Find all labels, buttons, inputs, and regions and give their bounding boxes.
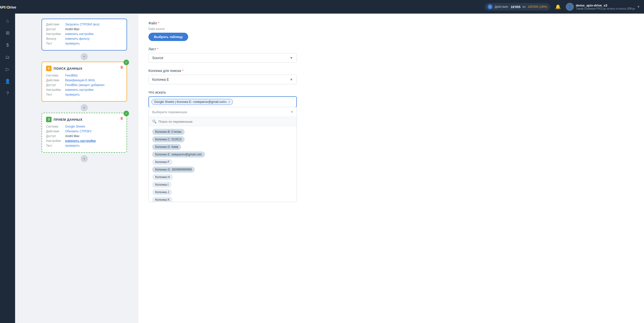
file-label: Файл * (148, 21, 634, 25)
actions-of: из (522, 5, 526, 9)
value-settings-2[interactable]: изменить настройки (65, 88, 93, 92)
label-system-3: Система (46, 125, 64, 128)
card-row-settings-1: Настройки изменить настройки (46, 32, 123, 36)
topbar: i Действия: 18'055 из 100'000 (18%) 🔔 👤 … (15, 0, 644, 14)
search-col-dropdown[interactable]: Колонка E ▼ (148, 75, 297, 84)
sheet-label: Лист * (148, 47, 634, 51)
label-access-2: Доступ (46, 83, 64, 87)
label-settings-2: Настройки (46, 88, 64, 92)
file-required: * (158, 21, 159, 25)
variable-item[interactable]: Колонка I (152, 182, 172, 188)
card-3-delete[interactable]: 🗑 (120, 116, 124, 120)
variable-search-input[interactable] (158, 120, 293, 124)
main-content: Действие Загрузить СТРОКИ (все) Доступ A… (30, 14, 644, 323)
user-area[interactable]: 👤 demo_apix-drive_s3 Тариф |Премиум PRO|… (566, 3, 640, 11)
notifications-button[interactable]: 🔔 (554, 3, 562, 11)
value-filter-1[interactable]: изменить фильтр (65, 37, 90, 41)
variable-item[interactable]: Колонка H (152, 174, 173, 180)
sheet-required: * (157, 47, 158, 51)
sidebar-item-billing[interactable]: $ (2, 40, 13, 50)
card-2-num: 2 (46, 66, 52, 71)
value-action-3[interactable]: Обновить СТРОКУ (65, 130, 92, 133)
card-3-header: 3 ПРИЕМ ДАННЫХ (46, 117, 123, 122)
card-row-filter-1: Фильтр изменить фильтр (46, 37, 123, 41)
value-settings-3[interactable]: изменить настройки (65, 139, 96, 143)
sidebar-item-help[interactable]: ? (2, 88, 13, 99)
label-access-1: Доступ (46, 27, 64, 31)
tag-value: Google Sheets | Колонка Е: «sstepanov@gm… (154, 100, 227, 104)
card-2: ✓ 🗑 2 ПОИСК ДАННЫХ Система FeedBlitz Дей… (42, 62, 127, 102)
card-2-check: ✓ (124, 60, 129, 65)
value-action-1[interactable]: Загрузить СТРОКИ (все) (65, 23, 100, 26)
username: demo_apix-drive_s3 (576, 4, 635, 7)
card-row-action-1: Действие Загрузить СТРОКИ (все) (46, 23, 123, 26)
label-settings-3: Настройки (46, 139, 64, 143)
value-test-1[interactable]: проверить (65, 42, 80, 45)
variable-item[interactable]: Колонка B: Степан (152, 129, 185, 135)
variable-item[interactable]: Колонка C: 513513 (152, 136, 185, 142)
label-test-2: Тест (46, 93, 64, 96)
value-access-2[interactable]: FeedBlitz (аккаунт добавлен (65, 83, 104, 87)
value-system-2[interactable]: FeedBlitz (65, 74, 78, 77)
value-access-1: Andrii Mav (65, 27, 79, 31)
tag-item: Google Sheets | Колонка Е: «sstepanov@gm… (151, 99, 233, 105)
actions-total: 100'000 (18%) (528, 5, 547, 9)
info-icon[interactable]: i (488, 4, 493, 9)
sidebar: APIXDrive ⌂ ⊞ $ 🗂 ▷ 👤 ? (0, 0, 15, 323)
value-settings-1[interactable]: изменить настройки (65, 32, 93, 36)
label-action-1: Действие (46, 23, 64, 26)
connector-2[interactable]: + (81, 104, 88, 111)
card-2-row-action: Действие Верификация E-MAIL (46, 78, 123, 82)
variable-item[interactable]: Колонка D: Киев (152, 144, 181, 150)
sidebar-item-briefcase[interactable]: 🗂 (2, 52, 13, 62)
label-action-2: Действие (46, 78, 64, 82)
what-search-field-group: Что искать Google Sheets | Колонка Е: «s… (148, 90, 634, 202)
card-2-title: ПОИСК ДАННЫХ (54, 67, 83, 70)
chevron-down-icon: ▼ (290, 56, 293, 60)
sidebar-item-grid[interactable]: ⊞ (2, 28, 13, 38)
choose-table-button[interactable]: Выбрать таблицу (148, 33, 188, 41)
variable-list: Колонка B: СтепанКолонка C: 513513Колонк… (149, 126, 297, 202)
label-system-2: Система (46, 74, 64, 77)
connector-1[interactable]: + (81, 53, 88, 60)
card-1: Действие Загрузить СТРОКИ (все) Доступ A… (42, 19, 127, 51)
sidebar-item-profile[interactable]: 👤 (2, 76, 13, 87)
sidebar-item-play[interactable]: ▷ (2, 64, 13, 74)
tag-remove-button[interactable]: × (228, 100, 230, 104)
variable-picker-close-button[interactable]: × (291, 110, 293, 114)
value-test-2[interactable]: проверить (65, 93, 80, 96)
variable-picker-label: Выберите переменную (152, 110, 187, 114)
sheet-dropdown[interactable]: Source ▼ (148, 53, 297, 63)
label-test-3: Тест (46, 144, 64, 147)
user-plan: Тариф |Премиум PRO| до оплаты осталось 1… (576, 7, 635, 10)
label-test-1: Тест (46, 42, 64, 45)
search-col-required: * (182, 69, 183, 73)
avatar: 👤 (566, 3, 574, 11)
card-2-header: 2 ПОИСК ДАННЫХ (46, 66, 123, 71)
search-col-value: Колонка E (152, 77, 169, 82)
variable-item[interactable]: Колонка F (152, 159, 173, 165)
value-test-3[interactable]: проверить (65, 144, 80, 147)
what-search-label: Что искать (148, 90, 634, 94)
connector-3[interactable]: + (81, 155, 88, 162)
variable-item[interactable]: Колонка E: sstepanov@gmail.com (152, 151, 205, 157)
value-system-3[interactable]: Google Sheets (65, 125, 85, 128)
card-2-delete[interactable]: 🗑 (120, 65, 124, 69)
card-2-row-system: Система FeedBlitz (46, 74, 123, 77)
chevron-down-icon: ▼ (637, 5, 640, 9)
file-sublabel: Data source (148, 27, 634, 31)
card-row-access-1: Доступ Andrii Mav (46, 27, 123, 31)
card-2-row-settings: Настройки изменить настройки (46, 88, 123, 92)
card-3-row-system: Система Google Sheets (46, 125, 123, 128)
variable-item[interactable]: Колонка K (152, 197, 173, 202)
left-panel: Действие Загрузить СТРОКИ (все) Доступ A… (30, 14, 138, 323)
right-panel: Файл * Data source Выбрать таблицу Лист … (138, 14, 644, 323)
tag-input[interactable]: Google Sheets | Колонка Е: «sstepanov@gm… (148, 96, 297, 107)
variable-item[interactable]: Колонка G: 380999999999 (152, 167, 195, 173)
variable-item[interactable]: Колонка J (152, 189, 172, 195)
logo: APIXDrive (1, 3, 14, 12)
card-3-title: ПРИЕМ ДАННЫХ (54, 118, 83, 122)
value-action-2[interactable]: Верификация E-MAIL (65, 78, 95, 82)
file-field-group: Файл * Data source Выбрать таблицу (148, 21, 634, 41)
sidebar-item-home[interactable]: ⌂ (2, 16, 13, 26)
